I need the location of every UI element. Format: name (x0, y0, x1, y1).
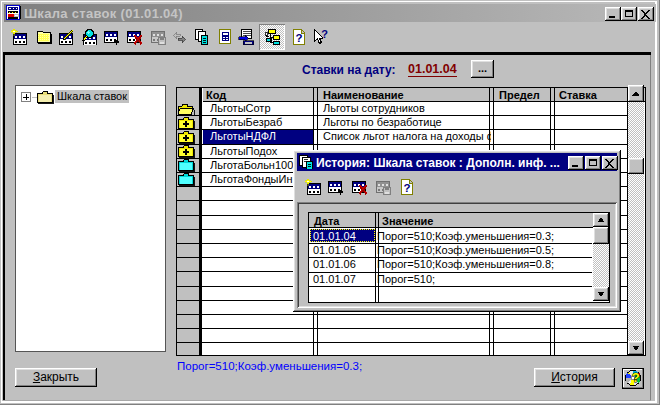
svg-text:?: ? (403, 182, 410, 194)
svg-text:?: ? (632, 370, 640, 385)
svg-text:?: ? (295, 32, 302, 44)
svg-text:?: ? (321, 29, 328, 40)
